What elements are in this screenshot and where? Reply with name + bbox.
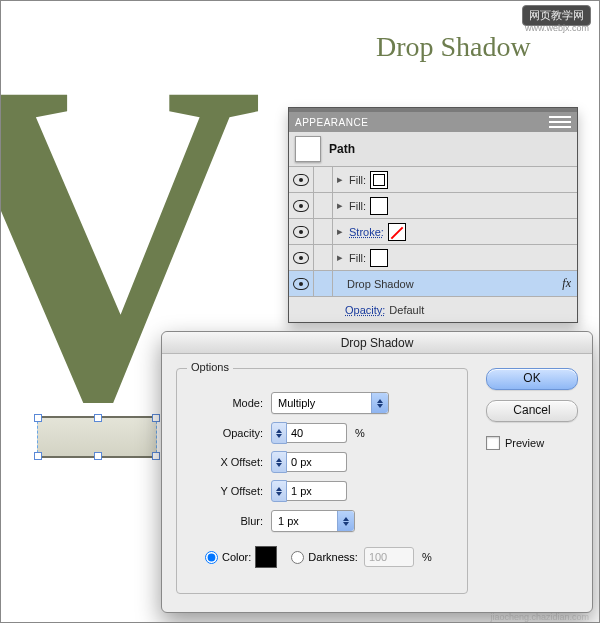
opacity-stepper[interactable] [271, 422, 287, 444]
attr-label-stroke[interactable]: Stroke: [347, 226, 386, 238]
attr-row-fill-1[interactable]: ▸ Fill: [289, 167, 577, 193]
opacity-value: Default [389, 304, 424, 316]
path-thumbnail [295, 136, 321, 162]
stroke-swatch[interactable] [388, 223, 406, 241]
color-label: Color: [222, 551, 251, 563]
appearance-panel: APPEARANCE Path ▸ Fill: ▸ Fill: ▸ Stroke… [288, 107, 578, 323]
dialog-title: Drop Shadow [162, 332, 592, 354]
visibility-eye-icon[interactable] [293, 278, 309, 290]
selected-ribbon[interactable] [37, 416, 157, 458]
dropdown-arrows-icon[interactable] [337, 511, 354, 531]
drop-shadow-label: Drop Shadow [333, 278, 416, 290]
attr-row-fill-2[interactable]: ▸ Fill: [289, 193, 577, 219]
disclosure-arrow-icon[interactable]: ▸ [333, 251, 347, 264]
opacity-label[interactable]: Opacity: [345, 304, 385, 316]
preview-label: Preview [505, 437, 544, 449]
color-swatch[interactable] [255, 546, 277, 568]
yoffset-stepper[interactable] [271, 480, 287, 502]
darkness-label: Darkness: [308, 551, 358, 563]
attr-row-opacity[interactable]: Opacity: Default [289, 297, 577, 322]
path-label: Path [329, 142, 355, 156]
mode-label: Mode: [193, 397, 263, 409]
attr-row-stroke[interactable]: ▸ Stroke: [289, 219, 577, 245]
attr-row-drop-shadow[interactable]: Drop Shadow fx [289, 271, 577, 297]
fill-swatch[interactable] [370, 249, 388, 267]
preview-checkbox[interactable] [486, 436, 500, 450]
blur-label: Blur: [193, 515, 263, 527]
watermark-bottom-sub: jiaocheng.chazidian.com [490, 612, 589, 622]
visibility-eye-icon[interactable] [293, 252, 309, 264]
xoffset-stepper[interactable] [271, 451, 287, 473]
panel-menu-icon[interactable] [549, 116, 571, 128]
percent-suffix: % [355, 427, 365, 439]
fill-swatch[interactable] [370, 171, 388, 189]
darkness-input [364, 547, 414, 567]
disclosure-arrow-icon[interactable]: ▸ [333, 173, 347, 186]
options-group: Options Mode: Multiply Opacity: % X Offs… [176, 368, 468, 594]
dropdown-arrows-icon[interactable] [371, 393, 388, 413]
options-legend: Options [187, 361, 233, 373]
darkness-radio[interactable] [291, 551, 304, 564]
watermark-top-sub: www.webjx.com [525, 23, 589, 33]
color-radio[interactable] [205, 551, 218, 564]
mode-value: Multiply [278, 397, 315, 409]
panel-title: APPEARANCE [295, 117, 368, 128]
yoffset-label: Y Offset: [193, 485, 263, 497]
ok-button[interactable]: OK [486, 368, 578, 390]
xoffset-input[interactable] [287, 452, 347, 472]
attr-label: Fill: [347, 174, 368, 186]
opacity-label: Opacity: [193, 427, 263, 439]
percent-suffix: % [422, 551, 432, 563]
visibility-eye-icon[interactable] [293, 200, 309, 212]
disclosure-arrow-icon[interactable]: ▸ [333, 199, 347, 212]
attr-row-fill-3[interactable]: ▸ Fill: [289, 245, 577, 271]
xoffset-label: X Offset: [193, 456, 263, 468]
page-heading: Drop Shadow [376, 31, 531, 63]
mode-select[interactable]: Multiply [271, 392, 389, 414]
yoffset-input[interactable] [287, 481, 347, 501]
drop-shadow-dialog: Drop Shadow Options Mode: Multiply Opaci… [161, 331, 593, 613]
visibility-eye-icon[interactable] [293, 226, 309, 238]
cancel-button[interactable]: Cancel [486, 400, 578, 422]
visibility-eye-icon[interactable] [293, 174, 309, 186]
blur-value: 1 px [278, 515, 299, 527]
fx-icon[interactable]: fx [562, 276, 571, 291]
fill-swatch[interactable] [370, 197, 388, 215]
disclosure-arrow-icon[interactable]: ▸ [333, 225, 347, 238]
attr-label: Fill: [347, 200, 368, 212]
blur-select[interactable]: 1 px [271, 510, 355, 532]
panel-path-row[interactable]: Path [289, 132, 577, 167]
attr-label: Fill: [347, 252, 368, 264]
opacity-input[interactable] [287, 423, 347, 443]
